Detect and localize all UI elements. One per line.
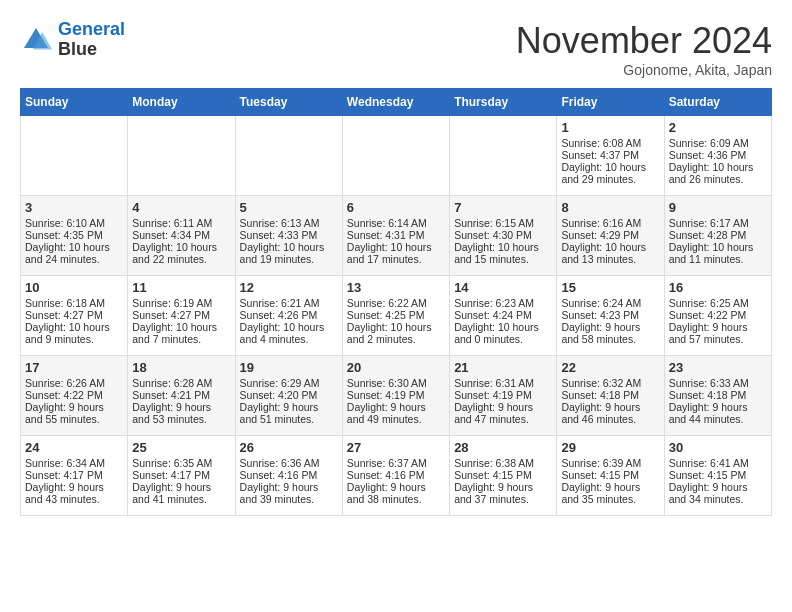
calendar-cell: 27Sunrise: 6:37 AMSunset: 4:16 PMDayligh… [342, 436, 449, 516]
day-info: Sunset: 4:19 PM [347, 389, 445, 401]
day-number: 7 [454, 200, 552, 215]
day-info: Sunset: 4:30 PM [454, 229, 552, 241]
day-info: Sunrise: 6:19 AM [132, 297, 230, 309]
day-info: Daylight: 10 hours and 9 minutes. [25, 321, 123, 345]
day-number: 5 [240, 200, 338, 215]
day-info: Daylight: 10 hours and 0 minutes. [454, 321, 552, 345]
calendar-cell: 8Sunrise: 6:16 AMSunset: 4:29 PMDaylight… [557, 196, 664, 276]
day-info: Sunset: 4:23 PM [561, 309, 659, 321]
logo-line1: General [58, 19, 125, 39]
day-info: Sunset: 4:20 PM [240, 389, 338, 401]
day-info: Sunrise: 6:41 AM [669, 457, 767, 469]
day-number: 16 [669, 280, 767, 295]
day-number: 19 [240, 360, 338, 375]
day-info: Sunset: 4:25 PM [347, 309, 445, 321]
calendar-week-row: 17Sunrise: 6:26 AMSunset: 4:22 PMDayligh… [21, 356, 772, 436]
day-info: Sunset: 4:29 PM [561, 229, 659, 241]
day-number: 22 [561, 360, 659, 375]
day-info: Sunset: 4:28 PM [669, 229, 767, 241]
day-number: 26 [240, 440, 338, 455]
day-info: Sunrise: 6:33 AM [669, 377, 767, 389]
day-info: Sunset: 4:17 PM [25, 469, 123, 481]
day-number: 9 [669, 200, 767, 215]
day-info: Daylight: 9 hours and 34 minutes. [669, 481, 767, 505]
day-info: Sunset: 4:15 PM [454, 469, 552, 481]
day-number: 20 [347, 360, 445, 375]
day-info: Sunset: 4:27 PM [132, 309, 230, 321]
day-info: Sunrise: 6:28 AM [132, 377, 230, 389]
calendar-cell: 24Sunrise: 6:34 AMSunset: 4:17 PMDayligh… [21, 436, 128, 516]
day-info: Sunrise: 6:13 AM [240, 217, 338, 229]
day-info: Sunset: 4:16 PM [347, 469, 445, 481]
day-number: 29 [561, 440, 659, 455]
calendar-cell: 4Sunrise: 6:11 AMSunset: 4:34 PMDaylight… [128, 196, 235, 276]
calendar-cell [342, 116, 449, 196]
day-number: 28 [454, 440, 552, 455]
calendar-cell: 17Sunrise: 6:26 AMSunset: 4:22 PMDayligh… [21, 356, 128, 436]
calendar-cell: 22Sunrise: 6:32 AMSunset: 4:18 PMDayligh… [557, 356, 664, 436]
day-info: Daylight: 10 hours and 2 minutes. [347, 321, 445, 345]
day-info: Sunrise: 6:17 AM [669, 217, 767, 229]
calendar-cell: 23Sunrise: 6:33 AMSunset: 4:18 PMDayligh… [664, 356, 771, 436]
day-number: 21 [454, 360, 552, 375]
weekday-header-row: SundayMondayTuesdayWednesdayThursdayFrid… [21, 89, 772, 116]
calendar-cell: 11Sunrise: 6:19 AMSunset: 4:27 PMDayligh… [128, 276, 235, 356]
day-info: Sunset: 4:33 PM [240, 229, 338, 241]
logo-line2: Blue [58, 40, 125, 60]
day-info: Sunset: 4:22 PM [669, 309, 767, 321]
day-info: Daylight: 10 hours and 4 minutes. [240, 321, 338, 345]
day-number: 1 [561, 120, 659, 135]
calendar-table: SundayMondayTuesdayWednesdayThursdayFrid… [20, 88, 772, 516]
day-info: Sunrise: 6:09 AM [669, 137, 767, 149]
day-info: Sunset: 4:35 PM [25, 229, 123, 241]
calendar-week-row: 24Sunrise: 6:34 AMSunset: 4:17 PMDayligh… [21, 436, 772, 516]
day-info: Daylight: 9 hours and 39 minutes. [240, 481, 338, 505]
day-number: 27 [347, 440, 445, 455]
day-number: 6 [347, 200, 445, 215]
day-number: 25 [132, 440, 230, 455]
location-subtitle: Gojonome, Akita, Japan [516, 62, 772, 78]
calendar-cell: 30Sunrise: 6:41 AMSunset: 4:15 PMDayligh… [664, 436, 771, 516]
day-info: Sunrise: 6:25 AM [669, 297, 767, 309]
day-info: Daylight: 10 hours and 22 minutes. [132, 241, 230, 265]
day-info: Sunset: 4:31 PM [347, 229, 445, 241]
day-info: Sunset: 4:15 PM [561, 469, 659, 481]
calendar-cell: 5Sunrise: 6:13 AMSunset: 4:33 PMDaylight… [235, 196, 342, 276]
day-info: Sunrise: 6:34 AM [25, 457, 123, 469]
day-number: 24 [25, 440, 123, 455]
day-info: Daylight: 9 hours and 44 minutes. [669, 401, 767, 425]
day-info: Sunset: 4:18 PM [669, 389, 767, 401]
day-number: 3 [25, 200, 123, 215]
day-info: Sunset: 4:34 PM [132, 229, 230, 241]
day-info: Sunrise: 6:10 AM [25, 217, 123, 229]
calendar-cell: 26Sunrise: 6:36 AMSunset: 4:16 PMDayligh… [235, 436, 342, 516]
day-info: Sunset: 4:19 PM [454, 389, 552, 401]
calendar-cell: 13Sunrise: 6:22 AMSunset: 4:25 PMDayligh… [342, 276, 449, 356]
calendar-cell: 15Sunrise: 6:24 AMSunset: 4:23 PMDayligh… [557, 276, 664, 356]
day-info: Sunset: 4:27 PM [25, 309, 123, 321]
day-number: 14 [454, 280, 552, 295]
calendar-cell: 29Sunrise: 6:39 AMSunset: 4:15 PMDayligh… [557, 436, 664, 516]
weekday-header: Sunday [21, 89, 128, 116]
day-info: Sunset: 4:21 PM [132, 389, 230, 401]
day-info: Sunrise: 6:38 AM [454, 457, 552, 469]
calendar-cell [235, 116, 342, 196]
month-title: November 2024 [516, 20, 772, 62]
day-info: Sunrise: 6:37 AM [347, 457, 445, 469]
day-number: 23 [669, 360, 767, 375]
day-info: Daylight: 9 hours and 55 minutes. [25, 401, 123, 425]
calendar-cell: 20Sunrise: 6:30 AMSunset: 4:19 PMDayligh… [342, 356, 449, 436]
calendar-cell: 1Sunrise: 6:08 AMSunset: 4:37 PMDaylight… [557, 116, 664, 196]
calendar-cell: 6Sunrise: 6:14 AMSunset: 4:31 PMDaylight… [342, 196, 449, 276]
logo-icon [20, 24, 52, 56]
day-info: Daylight: 10 hours and 29 minutes. [561, 161, 659, 185]
day-info: Sunrise: 6:21 AM [240, 297, 338, 309]
calendar-week-row: 1Sunrise: 6:08 AMSunset: 4:37 PMDaylight… [21, 116, 772, 196]
day-info: Sunrise: 6:29 AM [240, 377, 338, 389]
calendar-cell: 2Sunrise: 6:09 AMSunset: 4:36 PMDaylight… [664, 116, 771, 196]
calendar-cell: 25Sunrise: 6:35 AMSunset: 4:17 PMDayligh… [128, 436, 235, 516]
day-info: Daylight: 9 hours and 57 minutes. [669, 321, 767, 345]
day-info: Daylight: 9 hours and 41 minutes. [132, 481, 230, 505]
day-info: Daylight: 9 hours and 38 minutes. [347, 481, 445, 505]
day-info: Sunset: 4:15 PM [669, 469, 767, 481]
